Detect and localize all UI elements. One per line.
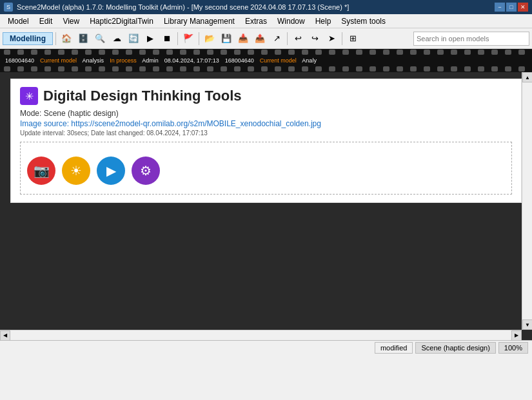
film-hole	[58, 66, 64, 71]
film-hole	[234, 66, 241, 71]
film-hole	[72, 50, 78, 55]
menu-library-management[interactable]: Library Management	[159, 15, 240, 27]
scroll-left-button[interactable]: ◀	[0, 330, 10, 341]
toolbar-stop-button[interactable]: ⏹	[159, 31, 175, 46]
film-hole	[221, 66, 227, 71]
app-icon: S	[4, 3, 13, 12]
status-bar: modified Scene (haptic design) 100%	[0, 340, 532, 354]
sun-icon: ☀	[70, 163, 82, 178]
film-hole	[4, 66, 10, 71]
restore-button[interactable]: □	[506, 3, 517, 12]
app-title-row: ✳ Digital Design Thinking Tools	[20, 87, 512, 105]
film-hole	[437, 66, 444, 71]
minimize-button[interactable]: −	[495, 3, 505, 12]
status-modified: modified	[375, 342, 413, 354]
film-hole	[99, 66, 105, 71]
film-hole	[464, 50, 471, 55]
scroll-up-button[interactable]: ▲	[522, 72, 532, 82]
film-hole	[126, 50, 132, 55]
play-icon: ▶	[106, 163, 116, 178]
film-hole	[505, 66, 511, 71]
film-hole	[139, 50, 146, 55]
search-box[interactable]	[413, 32, 529, 46]
toolbar-export-button[interactable]: 📤	[252, 31, 268, 46]
menu-window[interactable]: Window	[272, 15, 310, 27]
title-bar-controls: − □ ✕	[495, 3, 528, 12]
film-hole	[193, 66, 200, 71]
film-hole	[248, 66, 254, 71]
menu-edit[interactable]: Edit	[34, 15, 58, 27]
sun-button[interactable]: ☀	[62, 157, 90, 185]
scroll-down-button[interactable]: ▼	[522, 319, 532, 330]
film-hole	[451, 50, 457, 55]
action-buttons-row: 📷 ☀ ▶ ⚙	[27, 154, 505, 187]
image-source-line[interactable]: Image source: https://scene2model-qr.omi…	[20, 119, 512, 128]
film-hole	[478, 50, 484, 55]
search-input[interactable]	[417, 35, 526, 43]
toolbar-undo-button[interactable]: ↩	[290, 31, 306, 46]
menu-model[interactable]: Model	[3, 15, 34, 27]
toolbar-home-button[interactable]: 🏠	[59, 31, 74, 46]
film-hole	[126, 66, 132, 71]
film-hole	[166, 66, 173, 71]
film-hole	[451, 66, 457, 71]
film-hole	[518, 66, 525, 71]
film-hole	[410, 50, 417, 55]
film-hole	[329, 50, 335, 55]
film-hole	[72, 66, 78, 71]
film-hole	[464, 66, 471, 71]
film-hole	[518, 50, 525, 55]
close-button[interactable]: ✕	[518, 3, 528, 12]
camera-icon: 📷	[34, 163, 50, 178]
menu-system-tools[interactable]: System tools	[336, 15, 391, 27]
film-hole	[4, 50, 10, 55]
play-button[interactable]: ▶	[97, 157, 125, 185]
toolbar-open-button[interactable]: 📂	[202, 31, 217, 46]
camera-button[interactable]: 📷	[27, 157, 55, 185]
vertical-scrollbar[interactable]: ▲ ▼	[522, 72, 532, 330]
film-hole	[85, 50, 92, 55]
film-hole	[424, 50, 430, 55]
toolbar-flag-button[interactable]: 🚩	[181, 31, 196, 46]
horizontal-scrollbar[interactable]: ◀ ▶	[0, 330, 522, 340]
film-hole	[356, 50, 362, 55]
toolbar-db-button[interactable]: 🗄️	[75, 31, 91, 46]
film-hole	[302, 66, 308, 71]
film-hole	[302, 50, 308, 55]
toolbar-search-button[interactable]: 🔍	[92, 31, 108, 46]
film-hole	[44, 50, 51, 55]
toolbar-arrow-button[interactable]: ➤	[324, 31, 339, 46]
film-hole	[153, 66, 159, 71]
title-bar: S Scene2Model (alpha) 1.7.0: Modelling T…	[0, 0, 532, 14]
menu-view[interactable]: View	[57, 15, 84, 27]
toolbar-play-button[interactable]: ▶	[143, 31, 158, 46]
film-hole	[342, 66, 349, 71]
film-hole	[275, 66, 281, 71]
film-hole	[112, 66, 119, 71]
update-info-line: Update interval: 30secs; Date last chang…	[20, 129, 512, 137]
film-hole	[31, 50, 37, 55]
fs-current-model-label: Current model	[37, 57, 77, 64]
toolbar-share-button[interactable]: ↗	[269, 31, 284, 46]
settings-button[interactable]: ⚙	[132, 157, 160, 185]
toolbar-redo-button[interactable]: ↪	[307, 31, 322, 46]
filmstrip: 168004640 Current model Analysis In proc…	[0, 49, 532, 72]
film-hole	[424, 66, 430, 71]
menu-extras[interactable]: Extras	[240, 15, 272, 27]
film-hole	[234, 50, 241, 55]
app-icon-badge: ✳	[20, 87, 38, 105]
film-hole	[180, 50, 186, 55]
toolbar-refresh-button[interactable]: 🔄	[126, 31, 141, 46]
toolbar-cloud-button[interactable]: ☁	[109, 31, 124, 46]
menu-haptic2digitaltwin[interactable]: Haptic2DigitalTwin	[84, 15, 159, 27]
toolbar-save-button[interactable]: 💾	[219, 31, 234, 46]
film-hole	[437, 50, 444, 55]
toolbar-grid-button[interactable]: ⊞	[345, 31, 360, 46]
film-hole	[44, 66, 51, 71]
film-hole	[329, 66, 335, 71]
film-hole	[261, 50, 268, 55]
scroll-right-button[interactable]: ▶	[511, 330, 522, 341]
toolbar-import-button[interactable]: 📥	[235, 31, 251, 46]
menu-help[interactable]: Help	[310, 15, 337, 27]
film-hole	[248, 50, 254, 55]
